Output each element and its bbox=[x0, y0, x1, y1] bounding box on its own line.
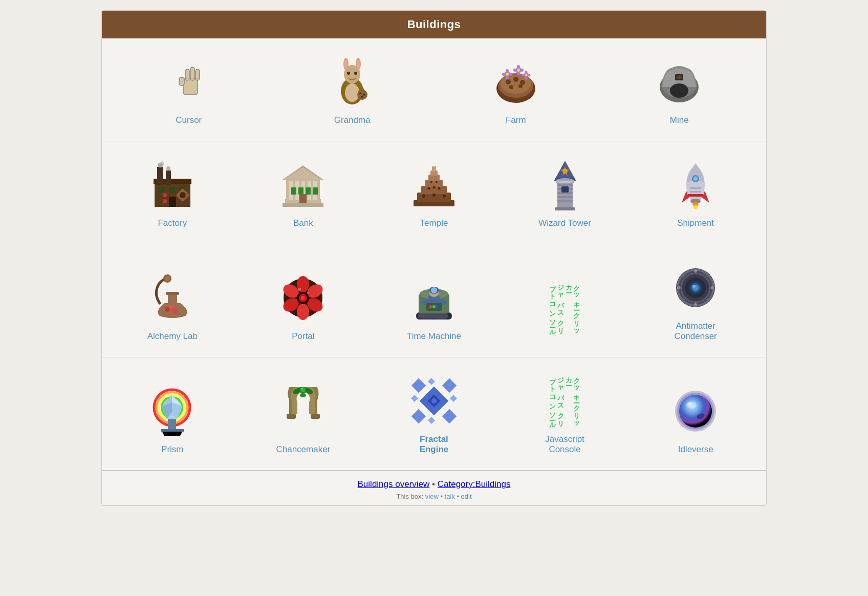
svg-point-155 bbox=[301, 296, 305, 300]
footer-dot1: • bbox=[440, 493, 444, 500]
jp-text-display-2: クッキークリッカージャバスクリプトコンソール bbox=[549, 373, 580, 429]
svg-rect-65 bbox=[169, 197, 176, 207]
svg-rect-91 bbox=[306, 187, 311, 195]
cell-wizard-tower[interactable]: Wizard Tower bbox=[500, 152, 631, 233]
svg-rect-0 bbox=[183, 78, 198, 95]
svg-rect-93 bbox=[299, 194, 307, 203]
footer-small-text: This box: view • talk • edit bbox=[102, 493, 766, 500]
footer-edit-link[interactable]: edit bbox=[461, 493, 472, 500]
svg-point-194 bbox=[694, 303, 697, 306]
svg-point-33 bbox=[506, 76, 509, 79]
cell-temple[interactable]: Temple bbox=[368, 152, 500, 233]
cell-idleverse[interactable]: Idleverse bbox=[630, 368, 761, 460]
svg-point-103 bbox=[443, 195, 446, 198]
alchemy-lab-label: Alchemy Lab bbox=[147, 331, 198, 342]
svg-point-19 bbox=[363, 94, 365, 96]
temple-icon bbox=[411, 159, 457, 210]
svg-rect-227 bbox=[450, 395, 457, 402]
svg-point-45 bbox=[525, 77, 527, 80]
svg-point-128 bbox=[694, 177, 697, 180]
cell-time-machine[interactable]: Time Machine bbox=[368, 254, 500, 347]
svg-point-20 bbox=[361, 96, 363, 98]
svg-point-150 bbox=[297, 304, 309, 320]
svg-rect-113 bbox=[557, 196, 573, 198]
svg-rect-223 bbox=[442, 409, 457, 423]
footer-separator: • bbox=[432, 479, 438, 489]
cell-alchemy-lab[interactable]: Alchemy Lab bbox=[107, 254, 238, 347]
footer-dot2: • bbox=[457, 493, 461, 500]
svg-rect-208 bbox=[168, 419, 176, 429]
svg-rect-90 bbox=[298, 187, 303, 195]
svg-rect-218 bbox=[311, 414, 320, 419]
svg-rect-1 bbox=[185, 69, 189, 80]
cell-javascript-console-row4[interactable]: クッキークリッカージャバスクリプトコンソール JavascriptConsole bbox=[500, 368, 631, 460]
svg-point-15 bbox=[347, 72, 350, 75]
svg-rect-136 bbox=[688, 194, 703, 197]
cell-mine[interactable]: Mine bbox=[598, 49, 762, 131]
alchemy-lab-icon bbox=[149, 272, 196, 324]
svg-rect-222 bbox=[411, 409, 426, 423]
svg-point-26 bbox=[513, 77, 518, 82]
cell-farm[interactable]: Farm bbox=[434, 49, 598, 131]
svg-rect-210 bbox=[161, 429, 184, 432]
icon-area-javascript-console-row4: クッキークリッカージャバスクリプトコンソール bbox=[549, 373, 580, 429]
svg-point-34 bbox=[502, 73, 505, 76]
cell-prism[interactable]: Prism bbox=[107, 368, 238, 460]
svg-rect-225 bbox=[428, 417, 435, 424]
svg-point-37 bbox=[517, 69, 520, 72]
buildings-table: Buildings bbox=[101, 10, 767, 506]
buildings-overview-link[interactable]: Buildings overview bbox=[358, 479, 430, 489]
cell-fractal-engine[interactable]: FractalEngine bbox=[368, 368, 500, 460]
row-2: Factory bbox=[102, 141, 766, 244]
cell-shipment[interactable]: Shipment bbox=[630, 152, 761, 233]
category-buildings-link[interactable]: Category:Buildings bbox=[438, 479, 511, 489]
cell-cursor[interactable]: Cursor bbox=[107, 49, 271, 131]
icon-area-temple bbox=[411, 157, 457, 213]
svg-point-73 bbox=[163, 199, 167, 203]
chancemaker-label: Chancemaker bbox=[276, 444, 330, 455]
footer-nav-links: Buildings overview • Category:Buildings bbox=[102, 479, 766, 489]
cell-antimatter-condenser[interactable]: AntimatterCondenser bbox=[630, 254, 761, 347]
svg-point-38 bbox=[517, 65, 520, 68]
svg-point-123 bbox=[556, 178, 574, 183]
svg-point-72 bbox=[163, 193, 167, 197]
svg-point-145 bbox=[165, 276, 170, 281]
cell-chancemaker[interactable]: Chancemaker bbox=[238, 368, 369, 460]
svg-rect-92 bbox=[313, 187, 318, 195]
svg-rect-110 bbox=[557, 184, 573, 186]
svg-point-16 bbox=[354, 72, 357, 75]
svg-point-193 bbox=[694, 269, 697, 272]
row-4: Prism bbox=[102, 357, 766, 471]
svg-point-140 bbox=[172, 308, 178, 314]
cell-grandma[interactable]: Grandma bbox=[271, 49, 435, 131]
chancemaker-icon bbox=[281, 387, 325, 436]
svg-rect-220 bbox=[411, 378, 426, 393]
cell-portal[interactable]: Portal bbox=[238, 254, 369, 347]
svg-rect-70 bbox=[177, 194, 179, 197]
svg-point-195 bbox=[677, 286, 680, 289]
row-1: Cursor bbox=[102, 38, 766, 141]
cell-factory[interactable]: Factory bbox=[107, 152, 238, 233]
icon-area-prism bbox=[150, 383, 194, 439]
svg-rect-58 bbox=[166, 171, 171, 185]
icon-area-alchemy-lab bbox=[149, 270, 196, 326]
svg-point-213 bbox=[301, 388, 303, 390]
svg-rect-85 bbox=[294, 179, 300, 181]
cell-javascript-console-jp[interactable]: クッキークリッカージャバスクリプトコンソール bbox=[500, 254, 631, 347]
antimatter-condenser-label: AntimatterCondenser bbox=[675, 321, 717, 342]
svg-point-108 bbox=[436, 181, 438, 183]
footer-box-label: This box: bbox=[396, 493, 425, 500]
svg-point-47 bbox=[528, 74, 530, 77]
footer-talk-link[interactable]: talk bbox=[445, 493, 455, 500]
mine-icon bbox=[656, 59, 702, 105]
svg-point-106 bbox=[432, 186, 435, 189]
icon-area-factory bbox=[149, 157, 196, 213]
svg-rect-74 bbox=[283, 203, 323, 207]
svg-point-25 bbox=[506, 79, 511, 84]
svg-point-46 bbox=[522, 74, 524, 77]
svg-rect-100 bbox=[432, 166, 436, 172]
cell-bank[interactable]: Bank bbox=[238, 152, 369, 233]
idleverse-icon bbox=[674, 390, 718, 433]
svg-rect-84 bbox=[288, 179, 294, 181]
footer-view-link[interactable]: view bbox=[425, 493, 439, 500]
